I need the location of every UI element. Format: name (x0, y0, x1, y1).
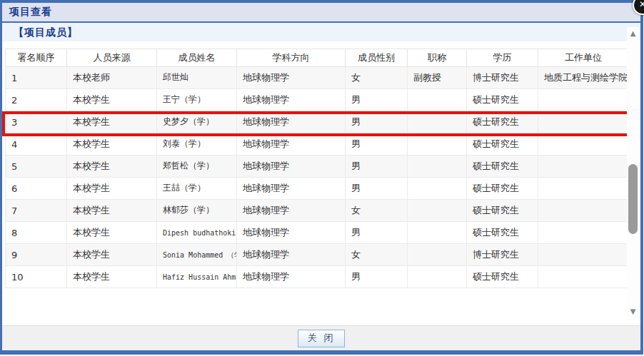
table-cell: 本校学生 (67, 266, 157, 288)
table-cell: 女 (346, 200, 408, 222)
table-cell (538, 266, 629, 288)
table-cell: 硕士研究生 (467, 178, 538, 200)
column-header: 成员姓名 (157, 49, 237, 67)
table-cell: 地球物理学 (237, 156, 346, 178)
column-header: 人员来源 (67, 49, 157, 67)
table-cell: 5 (6, 156, 67, 178)
table-cell: 硕士研究生 (467, 266, 538, 288)
table-cell: 王喆（学） (157, 178, 237, 200)
dialog-content: 【项目成员】 署名顺序人员来源成员姓名学科方向成员性别职称学历工作单位 1本校老… (2, 23, 640, 325)
table-cell: 男 (346, 111, 408, 133)
table-cell: 地球物理学 (237, 133, 346, 156)
table-cell: 男 (346, 133, 408, 156)
table-cell (538, 133, 629, 156)
table-cell (538, 244, 629, 266)
table-cell: 地球物理学 (237, 266, 346, 288)
screen: 项目查看 【项目成员】 署名顺序人员来源成员姓名学科方向成员性别职称学历工作单位… (0, 0, 644, 356)
table-cell: 地球物理学 (237, 67, 346, 89)
table-cell (538, 111, 629, 133)
dialog-footer: 关 闭 (2, 325, 640, 350)
table-cell: 男 (346, 266, 408, 288)
column-header: 工作单位 (538, 49, 629, 67)
table-cell (408, 156, 467, 178)
table-cell: 硕士研究生 (467, 133, 538, 156)
table-cell: 硕士研究生 (467, 89, 538, 111)
table-cell: 女 (346, 67, 408, 89)
table-cell: 10 (6, 266, 67, 288)
table-cell: 男 (346, 89, 408, 111)
vertical-scrollbar[interactable]: ▲ ▼ (627, 27, 639, 320)
table-cell (538, 156, 629, 178)
table-cell: 8 (6, 222, 67, 244)
scroll-up-icon[interactable]: ▲ (627, 29, 639, 39)
table-cell: 王宁（学） (157, 89, 237, 111)
project-view-dialog: 项目查看 【项目成员】 署名顺序人员来源成员姓名学科方向成员性别职称学历工作单位… (0, 0, 643, 355)
table-cell (538, 178, 629, 200)
table-cell (538, 222, 629, 244)
dialog-title: 项目查看 (9, 6, 52, 19)
table-cell: 地球物理学 (237, 89, 346, 111)
table-cell: 9 (6, 244, 67, 266)
table-row[interactable]: 4本校学生刘泰（学）地球物理学男硕士研究生 (6, 133, 629, 156)
table-row-highlighted[interactable]: 3本校学生史梦夕（学）地球物理学男硕士研究生 (6, 111, 629, 133)
column-header: 学历 (467, 49, 538, 67)
scroll-down-icon[interactable]: ▼ (627, 307, 639, 317)
table-row[interactable]: 9本校学生Sonia Mohammed （学）地球物理学女博士研究生 (6, 244, 629, 266)
table-cell: 刘泰（学） (157, 133, 237, 156)
table-cell: 7 (6, 200, 67, 222)
scrollbar-thumb[interactable] (628, 164, 638, 234)
table-row[interactable]: 7本校学生林郁莎（学）地球物理学女硕士研究生 (6, 200, 629, 222)
table-cell: 男 (346, 156, 408, 178)
table-cell: 硕士研究生 (467, 222, 538, 244)
column-header: 成员性别 (346, 49, 408, 67)
table-cell: 地球物理学 (237, 200, 346, 222)
table-cell (408, 266, 467, 288)
table-cell: 6 (6, 178, 67, 200)
table-cell (538, 89, 629, 111)
table-row[interactable]: 8本校学生Dipesh budhathoki （学）地球物理学男硕士研究生 (6, 222, 629, 244)
table-cell: 本校学生 (67, 222, 157, 244)
table-cell: Sonia Mohammed （学） (157, 244, 237, 266)
table-cell: 1 (6, 67, 67, 89)
table-cell (408, 178, 467, 200)
table-cell: 本校学生 (67, 111, 157, 133)
table-cell (408, 200, 467, 222)
table-cell: 博士研究生 (467, 67, 538, 89)
table-cell: 硕士研究生 (467, 200, 538, 222)
table-cell: 林郁莎（学） (157, 200, 237, 222)
column-header: 署名顺序 (6, 49, 67, 67)
table-row[interactable]: 6本校学生王喆（学）地球物理学男硕士研究生 (6, 178, 629, 200)
table-cell: 副教授 (408, 67, 467, 89)
table-cell: 本校学生 (67, 178, 157, 200)
table-cell: 硕士研究生 (467, 156, 538, 178)
table-cell: 地球物理学 (237, 178, 346, 200)
table-cell: 硕士研究生 (467, 111, 538, 133)
table-cell: 本校学生 (67, 200, 157, 222)
table-cell: 男 (346, 178, 408, 200)
table-cell (538, 200, 629, 222)
table-row[interactable]: 5本校学生郑哲松（学）地球物理学男硕士研究生 (6, 156, 629, 178)
table-cell: 地球物理学 (237, 222, 346, 244)
table-cell (408, 133, 467, 156)
table-row[interactable]: 1本校老师邱世灿地球物理学女副教授博士研究生地质工程与测绘学院 (6, 67, 629, 89)
table-cell: 地球物理学 (237, 244, 346, 266)
table-row[interactable]: 10本校学生Hafiz Hussain Ahm ad（学）地球物理学男硕士研究生 (6, 266, 629, 288)
table-cell: 地球物理学 (237, 111, 346, 133)
table-cell: 博士研究生 (467, 244, 538, 266)
header-row: 署名顺序人员来源成员姓名学科方向成员性别职称学历工作单位 (6, 49, 629, 67)
table-cell: Dipesh budhathoki （学） (157, 222, 237, 244)
column-header: 学科方向 (237, 49, 346, 67)
table-cell: 本校学生 (67, 133, 157, 156)
table-cell: 本校老师 (67, 67, 157, 89)
members-table-header: 署名顺序人员来源成员姓名学科方向成员性别职称学历工作单位 (6, 49, 629, 67)
table-cell: 2 (6, 89, 67, 111)
table-row[interactable]: 2本校学生王宁（学）地球物理学男硕士研究生 (6, 89, 629, 111)
table-cell: 史梦夕（学） (157, 111, 237, 133)
table-cell: 邱世灿 (157, 67, 237, 89)
table-cell: 本校学生 (67, 89, 157, 111)
table-cell (408, 111, 467, 133)
table-cell: 男 (346, 222, 408, 244)
table-cell: 地质工程与测绘学院 (538, 67, 629, 89)
close-button[interactable]: 关 闭 (298, 330, 345, 347)
table-cell: 4 (6, 133, 67, 156)
